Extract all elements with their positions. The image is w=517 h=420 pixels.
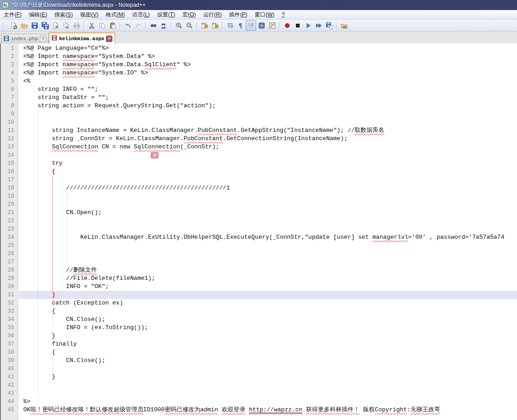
macro-save-button[interactable]: [324, 20, 334, 31]
code-line: [19, 250, 517, 258]
macro-play-button[interactable]: [303, 20, 313, 31]
line-number: 25: [1, 242, 18, 250]
macro-stop-button[interactable]: [292, 20, 303, 31]
save-all-button[interactable]: [40, 20, 50, 31]
code-line: [19, 176, 517, 184]
menu-bar: 文件(F)编辑(E)搜索(S)视图(V)格式(M)语言(L)设置(T)宏(O)运…: [0, 10, 517, 20]
svg-text:ab: ab: [161, 25, 165, 29]
undo-button[interactable]: [122, 20, 133, 31]
code-line: string action = Request.QueryString.Get(…: [19, 102, 517, 110]
print-button[interactable]: [71, 20, 82, 31]
line-number: 5: [1, 77, 18, 85]
line-number: 35: [1, 324, 18, 332]
show-indent-guide-button[interactable]: [246, 20, 256, 31]
menu-encoding[interactable]: 格式(M): [102, 10, 128, 19]
line-number: 19: [1, 192, 18, 200]
tab-label: kelinkmima.aspx: [59, 36, 104, 42]
line-number: 37: [1, 340, 18, 348]
chevron-down-icon: [153, 154, 157, 157]
code-line: {: [19, 307, 517, 315]
show-all-characters-button[interactable]: ¶: [235, 20, 246, 31]
sync-horizontal-scroll-button[interactable]: [210, 20, 220, 31]
macro-run-multiple-button[interactable]: [313, 20, 324, 31]
folder-link-button[interactable]: [339, 20, 349, 31]
code-line: INFO = (ex.ToString());: [19, 324, 517, 332]
indent-guide-line: [38, 110, 38, 398]
menu-run[interactable]: 运行(R): [200, 10, 226, 19]
unsaved-file-icon: [52, 35, 57, 42]
line-number: 30: [1, 283, 18, 291]
line-number: 1: [1, 44, 18, 52]
line-number: 45: [1, 406, 18, 414]
code-line: [19, 200, 517, 209]
notepad-plus-plus-icon[interactable]: [2, 2, 9, 9]
line-number: 32: [1, 299, 18, 307]
replace-button[interactable]: ab: [158, 20, 169, 31]
copy-button[interactable]: [97, 20, 107, 31]
menu-edit[interactable]: 编辑(E): [25, 10, 51, 19]
line-number: 39: [1, 357, 18, 365]
tab-kelinkmima-aspx[interactable]: kelinkmima.aspx×: [49, 32, 115, 44]
line-number: 24: [1, 233, 18, 242]
menu-search[interactable]: 搜索(S): [51, 10, 76, 19]
new-file-button[interactable]: [8, 20, 19, 31]
close-file-button[interactable]: [50, 20, 61, 31]
tab-close-icon[interactable]: ×: [40, 36, 46, 42]
find-button[interactable]: [148, 20, 158, 31]
toolbar-grip[interactable]: [3, 22, 5, 29]
code-line: [19, 118, 517, 126]
line-number: 12: [1, 135, 18, 143]
code-line: string DataStr = "";: [19, 94, 517, 102]
menu-help[interactable]: ?: [278, 10, 289, 19]
menu-view[interactable]: 视图(V): [76, 10, 102, 19]
saved-file-icon: [4, 36, 9, 42]
save-file-button[interactable]: [29, 20, 40, 31]
line-number-margin[interactable]: 1234567891011121314151617181920212223242…: [1, 43, 18, 420]
menu-settings[interactable]: 设置(T): [153, 10, 179, 19]
code-line: INFO = "OK";: [19, 283, 517, 291]
code-line: {: [19, 168, 517, 176]
cut-button[interactable]: [86, 20, 97, 31]
function-list-button[interactable]: [256, 20, 267, 31]
sync-vertical-scroll-button[interactable]: [199, 20, 210, 31]
menu-language[interactable]: 语言(L): [128, 10, 153, 19]
code-line: OK啦！密码已经修改咯！默认修改超级管理员ID1000密码已修改为admin 欢…: [19, 406, 517, 414]
code-line: string InstanceName = KeLin.ClassManager…: [19, 126, 517, 135]
code-area[interactable]: <%@ Page Language="C#"%><%@ Import names…: [19, 43, 517, 414]
menu-window[interactable]: 窗口(W): [251, 10, 278, 19]
line-number: 34: [1, 315, 18, 324]
redo-button[interactable]: [133, 20, 143, 31]
code-line: <%@ Import namespace="System.Data" %>: [19, 52, 517, 61]
zoom-in-button[interactable]: [174, 20, 184, 31]
menu-macro[interactable]: 宏(O): [179, 10, 199, 19]
menu-file[interactable]: 文件(F): [0, 10, 25, 19]
close-all-button[interactable]: [61, 20, 71, 31]
tab-close-icon[interactable]: ×: [106, 36, 112, 42]
tab-index-php[interactable]: index.php×: [1, 34, 49, 43]
code-line: <%: [19, 77, 517, 85]
line-number: 7: [1, 94, 18, 102]
macro-record-button[interactable]: [282, 20, 292, 31]
notepad-plus-plus-window: *D:\用户目录\Downloads\kelinkmima.aspx - Not…: [0, 0, 517, 420]
line-number: 22: [1, 217, 18, 225]
line-number: 13: [1, 143, 18, 151]
paste-button[interactable]: [107, 20, 118, 31]
zoom-out-button[interactable]: [184, 20, 195, 31]
line-number: 28: [1, 266, 18, 274]
toolbar: ab¶: [0, 20, 517, 31]
word-wrap-button[interactable]: [225, 20, 235, 31]
code-line: }: [19, 332, 517, 340]
code-line: [19, 151, 517, 159]
open-file-button[interactable]: [19, 20, 29, 31]
line-number: 6: [1, 85, 18, 94]
indent-guide-line: [67, 192, 68, 209]
code-line: {: [19, 348, 517, 357]
line-number: 27: [1, 258, 18, 266]
text-editor-area[interactable]: 1234567891011121314151617181920212223242…: [0, 43, 517, 420]
document-map-button[interactable]: [267, 20, 277, 31]
spellcheck-suggestion-button[interactable]: [151, 152, 158, 158]
code-line: <%@ Import namespace="System.IO" %>: [19, 69, 517, 77]
menu-plugins[interactable]: 插件(P): [225, 10, 251, 19]
code-line: [19, 258, 517, 266]
line-number: 17: [1, 176, 18, 184]
